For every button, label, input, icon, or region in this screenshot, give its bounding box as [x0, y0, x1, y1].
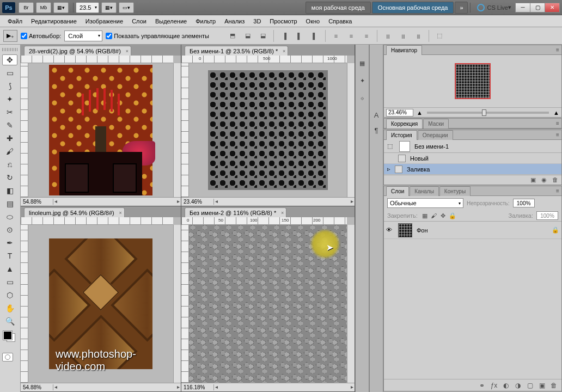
masks-tab[interactable]: Маски	[423, 119, 449, 128]
workspace-custom-button[interactable]: моя рабочая среда	[306, 2, 371, 14]
blur-tool[interactable]: ⬭	[2, 211, 17, 222]
scrollbar-vertical[interactable]	[173, 225, 181, 383]
scrollbar-vertical[interactable]	[173, 63, 181, 197]
lasso-tool[interactable]: ⟆	[2, 81, 17, 91]
crop-tool[interactable]: ✂	[2, 107, 17, 118]
zoom-out-icon[interactable]: ▲	[417, 109, 423, 116]
foreground-color-swatch[interactable]	[3, 331, 12, 340]
current-tool-icon[interactable]: ▶₊	[3, 30, 17, 42]
auto-align-button[interactable]: ⬚	[433, 30, 445, 42]
eraser-tool[interactable]: ◧	[2, 185, 17, 196]
document-canvas-3[interactable]: ➤	[189, 225, 347, 383]
minibridge-button[interactable]: Mb	[36, 2, 51, 13]
menu-edit[interactable]: Редактирование	[27, 16, 81, 27]
close-button[interactable]: ✕	[545, 3, 560, 13]
create-snapshot-icon[interactable]: ◉	[540, 176, 548, 184]
ruler-vertical[interactable]	[181, 225, 189, 383]
close-icon[interactable]: ×	[281, 210, 284, 216]
ruler-horizontal[interactable]	[21, 217, 173, 225]
menu-file[interactable]: Файл	[3, 16, 27, 27]
menu-help[interactable]: Справка	[324, 16, 356, 27]
adjustment-layer-icon[interactable]: ◑	[514, 381, 522, 390]
layer-name[interactable]: Фон	[417, 227, 428, 234]
lock-position-icon[interactable]: ✥	[439, 212, 447, 219]
document-canvas-1[interactable]	[189, 63, 347, 197]
gradient-tool[interactable]: ▤	[2, 198, 17, 209]
channels-tab[interactable]: Каналы	[410, 186, 439, 196]
lock-transparent-icon[interactable]: ▦	[421, 212, 429, 219]
layer-style-icon[interactable]: ƒx	[490, 381, 498, 390]
align-right-button[interactable]: ▌	[309, 30, 321, 42]
lock-all-icon[interactable]: 🔒	[449, 212, 456, 219]
eyedropper-tool[interactable]: ✎	[2, 120, 17, 131]
create-document-from-state-icon[interactable]: ▣	[529, 176, 537, 184]
toolbox-grip[interactable]	[2, 48, 18, 51]
history-brush-source-icon[interactable]: ⬚	[387, 143, 395, 150]
move-tool[interactable]: ✥	[2, 54, 17, 65]
zoom-in-icon[interactable]: ▲	[553, 109, 559, 116]
menu-analysis[interactable]: Анализ	[220, 16, 249, 27]
ruler-horizontal[interactable]	[21, 56, 173, 63]
scrollbar-horizontal[interactable]	[53, 198, 181, 206]
close-icon[interactable]: ×	[119, 210, 121, 216]
healing-tool[interactable]: ✚	[2, 133, 17, 144]
document-tab-2[interactable]: linoleum.jpg @ 54.9% (RGB/8#)×	[24, 207, 125, 217]
actions-tab[interactable]: Операции	[418, 130, 453, 140]
zoom-readout-0[interactable]: 54.88%	[21, 199, 53, 205]
document-canvas-0[interactable]	[28, 63, 173, 197]
ruler-horizontal[interactable]: 0 50 100 150 200	[181, 217, 347, 225]
visibility-icon[interactable]: 👁	[386, 226, 394, 234]
scrollbar-vertical[interactable]	[347, 63, 355, 197]
ruler-vertical[interactable]	[21, 63, 28, 197]
workspace-default-button[interactable]: Основная рабочая среда	[372, 2, 454, 14]
stamp-tool[interactable]: ⎌	[2, 159, 17, 170]
distribute-hcenter-button[interactable]: ⫼	[397, 30, 409, 42]
opacity-input[interactable]: 100%	[513, 199, 535, 207]
layer-row-background[interactable]: 👁 Фон 🔒	[384, 222, 561, 239]
close-icon[interactable]: ×	[283, 48, 285, 54]
distribute-left-button[interactable]: ⫼	[382, 30, 394, 42]
history-snapshot-thumb[interactable]	[399, 141, 410, 152]
navigator-zoom-input[interactable]: 23.46%	[386, 109, 413, 117]
close-icon[interactable]: ×	[126, 48, 129, 54]
panel-menu-icon[interactable]: ≡	[554, 47, 561, 53]
screen-mode-dropdown[interactable]: ▭▾	[119, 2, 134, 13]
history-state-1[interactable]: ▹ Заливка	[384, 164, 561, 175]
history-snapshot-name[interactable]: Без имени-1	[414, 143, 449, 150]
align-left-button[interactable]: ▐	[278, 30, 290, 42]
align-hcenter-button[interactable]: ▌	[294, 30, 306, 42]
new-layer-icon[interactable]: ▣	[537, 381, 546, 390]
ruler-vertical[interactable]	[21, 225, 28, 383]
brushes-icon[interactable]: ⟐	[357, 93, 368, 103]
shape-tool[interactable]: ▭	[2, 277, 17, 287]
autoselect-target-select[interactable]: Слой	[64, 30, 102, 41]
panel-menu-icon[interactable]: ≡	[554, 120, 561, 126]
document-canvas-2[interactable]: www.photoshop-video.com	[28, 225, 173, 383]
zoom-readout-3[interactable]: 116.18%	[181, 384, 214, 390]
distribute-right-button[interactable]: ⫼	[412, 30, 424, 42]
layers-tab[interactable]: Слои	[386, 186, 409, 196]
align-bottom-button[interactable]: ⬓	[257, 30, 269, 42]
distribute-top-button[interactable]: ≡	[330, 30, 342, 42]
document-tab-3[interactable]: Без имени-2 @ 116% (RGB/8) *×	[185, 207, 286, 217]
group-icon[interactable]: ▢	[526, 381, 534, 390]
workspace-more-button[interactable]: »	[455, 2, 468, 14]
styles-icon[interactable]: ✦	[357, 75, 368, 86]
delete-layer-icon[interactable]: 🗑	[549, 381, 558, 390]
menu-layer[interactable]: Слои	[127, 16, 151, 27]
navigator-thumbnail[interactable]	[455, 63, 491, 99]
align-vcenter-button[interactable]: ⬓	[242, 30, 254, 42]
autoselect-checkbox[interactable]: Автовыбор:	[21, 33, 61, 39]
panel-menu-icon[interactable]: ≡	[554, 188, 561, 194]
scrollbar-horizontal[interactable]	[53, 384, 181, 391]
scrollbar-vertical[interactable]	[347, 225, 355, 383]
menu-image[interactable]: Изображение	[81, 16, 127, 27]
character-panel-icon[interactable]: A	[371, 110, 382, 120]
layer-thumbnail[interactable]	[398, 223, 412, 237]
paragraph-panel-icon[interactable]: ¶	[371, 125, 382, 135]
scrollbar-horizontal[interactable]	[214, 198, 355, 206]
menu-filter[interactable]: Фильтр	[191, 16, 220, 27]
lock-image-icon[interactable]: 🖌	[430, 212, 438, 219]
menu-3d[interactable]: 3D	[249, 16, 265, 27]
fill-input[interactable]: 100%	[536, 211, 558, 220]
